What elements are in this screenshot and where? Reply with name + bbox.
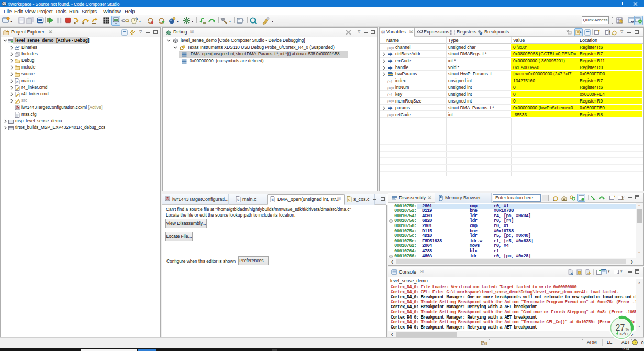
- svg-text:(×)=: (×)=: [387, 99, 394, 103]
- svg-text:32°C: 32°C: [619, 332, 628, 336]
- svg-text:27: 27: [616, 323, 625, 332]
- svg-text:c: c: [348, 198, 350, 202]
- svg-text:(×)=: (×)=: [387, 86, 394, 90]
- svg-text:c: c: [272, 198, 274, 202]
- svg-text:%: %: [626, 327, 629, 332]
- svg-text:(×)=: (×)=: [387, 93, 394, 96]
- svg-text:c: c: [237, 198, 239, 202]
- svg-text:(×)=: (×)=: [387, 46, 394, 50]
- svg-text:(×)=: (×)=: [387, 80, 394, 83]
- svg-text:(×)=: (×)=: [387, 113, 394, 117]
- svg-text:c: c: [16, 80, 18, 84]
